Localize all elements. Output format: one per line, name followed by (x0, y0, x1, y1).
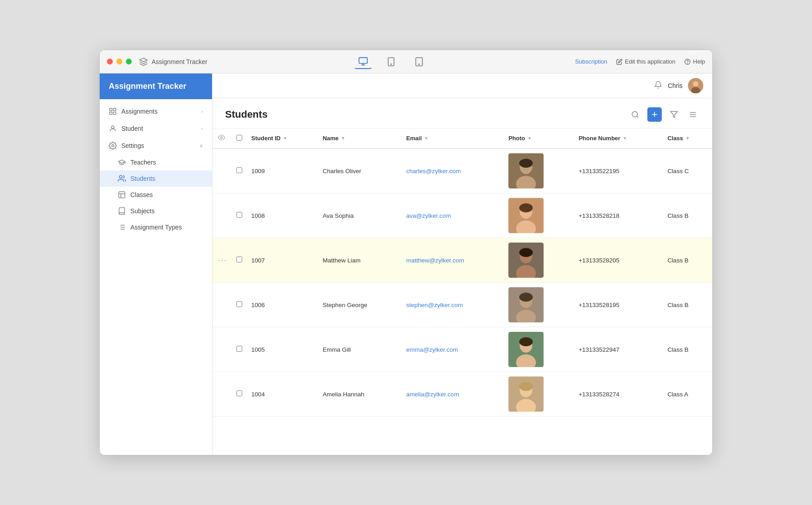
student-email-cell[interactable]: emma@zylker.com (399, 327, 501, 372)
email-link[interactable]: matthew@zylker.com (406, 257, 464, 264)
main-window: Assignment Tracker (99, 50, 713, 455)
teachers-label: Teachers (130, 159, 156, 166)
student-photo-cell (501, 193, 571, 238)
student-name-cell: Matthew Liam (315, 238, 399, 283)
student-phone-cell: +13133522947 (572, 327, 660, 372)
student-email-cell[interactable]: charles@zylker.com (399, 148, 501, 193)
student-class-cell: Class A (660, 372, 712, 417)
sidebar-item-classes[interactable]: Classes (100, 187, 212, 203)
gear-icon (109, 142, 117, 150)
email-link[interactable]: amelia@zylker.com (406, 391, 459, 398)
filter-button[interactable] (667, 108, 681, 121)
search-button[interactable] (628, 108, 642, 121)
col-student-id[interactable]: Student ID ▼ (244, 129, 315, 148)
svg-point-13 (120, 175, 122, 178)
help-button[interactable]: Help (684, 58, 705, 65)
sidebar-item-students[interactable]: Students (100, 170, 212, 187)
sidebar-item-student[interactable]: Student › (100, 120, 212, 137)
student-class-cell: Class B (660, 283, 712, 327)
svg-point-24 (632, 111, 637, 117)
student-class-cell: Class C (660, 148, 712, 193)
desktop-view-button[interactable] (355, 55, 372, 69)
row-actions-button[interactable]: ··· (218, 256, 227, 265)
row-checkbox[interactable] (236, 390, 242, 396)
sidebar-item-settings[interactable]: Settings ∨ (100, 137, 212, 154)
user-avatar[interactable] (688, 78, 703, 93)
edit-app-button[interactable]: Edit this application (616, 58, 675, 65)
student-name-cell: Ava Sophia (315, 193, 399, 238)
email-link[interactable]: emma@zylker.com (406, 346, 458, 353)
svg-point-4 (419, 64, 420, 64)
student-name-cell: Stephen George (315, 283, 399, 327)
email-link[interactable]: stephen@zylker.com (406, 302, 463, 308)
student-photo (508, 243, 544, 278)
sidebar-item-assignments[interactable]: Assignments › (100, 103, 212, 120)
minimize-button[interactable] (116, 59, 122, 64)
table-row: 1004Amelia Hannahamelia@zylker.com +1313… (212, 372, 712, 417)
subscription-link[interactable]: Subscription (575, 58, 608, 65)
sidebar-item-subjects[interactable]: Subjects (100, 203, 212, 219)
sidebar-item-assignment-types[interactable]: Assignment Types (100, 219, 212, 235)
sort-icon: ▼ (685, 136, 690, 141)
sort-icon: ▼ (527, 136, 532, 141)
student-phone-cell: +13133528218 (572, 193, 660, 238)
avatar-image (688, 78, 703, 93)
students-table-container: Student ID ▼ Name ▼ (212, 129, 712, 455)
student-class-cell: Class B (660, 238, 712, 283)
close-button[interactable] (107, 59, 113, 64)
col-email[interactable]: Email ▼ (399, 129, 501, 148)
col-class[interactable]: Class ▼ (660, 129, 712, 148)
table-row: 1005Emma Gillemma@zylker.com +1313352294… (212, 327, 712, 372)
sidebar-item-teachers[interactable]: Teachers (100, 154, 212, 170)
col-phone[interactable]: Phone Number ▼ (572, 129, 660, 148)
eye-icon (218, 134, 225, 141)
content-header: Students + (212, 98, 712, 129)
student-phone-cell: +13133528195 (572, 283, 660, 327)
table-row: 1009Charles Olivercharles@zylker.com +13… (212, 148, 712, 193)
student-name-cell: Charles Oliver (315, 148, 399, 193)
add-record-button[interactable]: + (647, 107, 662, 122)
col-name[interactable]: Name ▼ (315, 129, 399, 148)
col-photo[interactable]: Photo ▼ (501, 129, 571, 148)
select-all-checkbox[interactable] (236, 135, 242, 141)
student-email-cell[interactable]: amelia@zylker.com (399, 372, 501, 417)
notification-bell[interactable] (654, 81, 662, 91)
main-content: Chris Students (212, 73, 712, 455)
row-checkbox[interactable] (236, 167, 242, 173)
row-checkbox[interactable] (236, 301, 242, 307)
pencil-icon (616, 59, 623, 65)
email-link[interactable]: charles@zylker.com (406, 168, 461, 174)
student-email-cell[interactable]: matthew@zylker.com (399, 238, 501, 283)
student-email-cell[interactable]: ava@zylker.com (399, 193, 501, 238)
student-id-cell: 1005 (244, 327, 315, 372)
table-body: 1009Charles Olivercharles@zylker.com +13… (212, 148, 712, 417)
people-icon (118, 174, 126, 183)
traffic-lights (107, 59, 132, 64)
student-photo-cell (501, 327, 571, 372)
table-row: ···1007Matthew Liammatthew@zylker.com +1… (212, 238, 712, 283)
student-id-cell: 1007 (244, 238, 315, 283)
student-photo-cell (501, 372, 571, 417)
header-actions: + (628, 107, 700, 122)
app-body: Assignment Tracker Assignments › (100, 73, 712, 455)
student-photo (508, 198, 544, 233)
graduation-icon (118, 158, 126, 166)
mobile-view-button[interactable] (383, 55, 400, 69)
more-options-button[interactable] (686, 108, 700, 121)
tablet-view-button[interactable] (411, 55, 428, 69)
settings-label: Settings (121, 142, 144, 149)
student-photo (508, 287, 544, 322)
maximize-button[interactable] (126, 59, 132, 64)
row-checkbox[interactable] (236, 212, 242, 218)
student-photo (508, 153, 544, 188)
row-checkbox[interactable] (236, 346, 242, 352)
svg-point-37 (519, 203, 533, 212)
svg-point-45 (519, 293, 533, 302)
svg-rect-8 (114, 108, 116, 110)
device-switcher (208, 55, 575, 69)
class-icon (118, 191, 126, 199)
email-link[interactable]: ava@zylker.com (406, 212, 451, 219)
svg-rect-10 (114, 112, 116, 115)
row-checkbox[interactable] (236, 257, 242, 262)
student-email-cell[interactable]: stephen@zylker.com (399, 283, 501, 327)
